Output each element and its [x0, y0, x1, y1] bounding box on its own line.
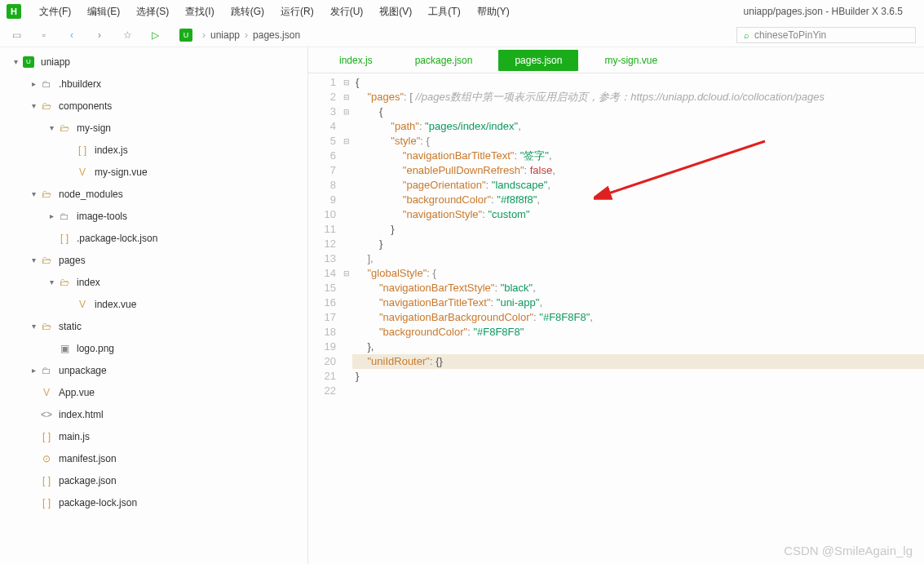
tree-item-label: package.json [59, 475, 117, 486]
tree-item-label: static [59, 321, 82, 332]
menu-bar: H 文件(F) 编辑(E) 选择(S) 查找(I) 跳转(G) 运行(R) 发行… [0, 0, 924, 23]
tree-item-label: index.html [59, 409, 104, 420]
menu-goto[interactable]: 跳转(G) [223, 2, 272, 22]
tree-item-label: node_modules [59, 189, 123, 200]
star-icon[interactable]: ☆ [119, 27, 135, 43]
menu-select[interactable]: 选择(S) [128, 2, 177, 22]
tree-item[interactable]: ▸🗀unpackage [0, 359, 307, 381]
save-icon[interactable]: ▫ [36, 27, 52, 43]
line-number-gutter: 12345678910111213141516171819202122 [308, 73, 341, 564]
tree-item-label: my-sign [77, 122, 111, 134]
editor-tab[interactable]: index.js [323, 50, 389, 71]
tree-item-label: index.vue [95, 299, 136, 310]
search-input[interactable]: ⌕ chineseToPinYin [736, 27, 916, 43]
tree-item[interactable]: ▸[ ]main.js [0, 425, 307, 447]
collapse-arrow-icon[interactable]: ▾ [46, 123, 57, 132]
code-content[interactable]: { "pages": [ //pages数组中第一项表示应用启动页，参考：htt… [352, 73, 924, 564]
window-title: uniapp/pages.json - HBuilder X 3.6.5 [744, 6, 917, 17]
menu-find[interactable]: 查找(I) [177, 2, 222, 22]
nav-forward-icon[interactable]: › [91, 27, 108, 43]
new-window-icon[interactable]: ▭ [8, 27, 24, 43]
collapse-arrow-icon[interactable]: ▾ [28, 255, 39, 264]
tree-item[interactable]: ▸▣logo.png [0, 337, 307, 359]
menu-edit[interactable]: 编辑(E) [79, 2, 128, 22]
menu-file[interactable]: 文件(F) [31, 2, 79, 22]
tree-item-label: main.js [59, 431, 90, 442]
editor-tabs: index.jspackage.jsonpages.jsonmy-sign.vu… [308, 47, 924, 73]
tree-item-label: logo.png [77, 343, 114, 354]
menu-run[interactable]: 运行(R) [272, 2, 322, 22]
tree-item[interactable]: ▸Vmy-sign.vue [0, 161, 307, 183]
breadcrumb-sep: › [202, 29, 206, 41]
tree-item[interactable]: ▸[ ]package.json [0, 469, 307, 491]
tree-item[interactable]: ▾Uuniapp [0, 51, 307, 73]
tree-item[interactable]: ▸[ ]package-lock.json [0, 491, 307, 513]
tree-item[interactable]: ▸VApp.vue [0, 381, 307, 403]
collapse-arrow-icon[interactable]: ▾ [28, 322, 39, 331]
tree-item-label: .hbuilderx [59, 78, 101, 90]
search-placeholder: chineseToPinYin [754, 29, 826, 41]
toolbar: ▭ ▫ ‹ › ☆ ▷ U › uniapp › pages.json ⌕ ch… [0, 23, 924, 47]
expand-arrow-icon[interactable]: ▸ [28, 79, 39, 88]
editor-tab[interactable]: pages.json [498, 50, 578, 71]
tree-item-label: index [77, 277, 100, 288]
menu-view[interactable]: 视图(V) [371, 2, 420, 22]
breadcrumb-project[interactable]: uniapp [210, 29, 240, 41]
menu-publish[interactable]: 发行(U) [322, 2, 372, 22]
collapse-arrow-icon[interactable]: ▾ [46, 278, 57, 286]
editor-tab[interactable]: package.json [399, 50, 489, 71]
tree-item[interactable]: ▸🗀.hbuilderx [0, 73, 307, 95]
tree-item-label: image-tools [77, 211, 127, 222]
tree-item-label: .package-lock.json [77, 233, 157, 244]
app-logo: H [7, 4, 21, 19]
tree-item-label: my-sign.vue [95, 167, 148, 178]
watermark: CSDN @SmileAgain_lg [784, 544, 913, 557]
collapse-arrow-icon[interactable]: ▾ [28, 189, 39, 198]
tree-item-label: pages [59, 255, 86, 266]
breadcrumb-file[interactable]: pages.json [253, 29, 300, 41]
collapse-arrow-icon[interactable]: ▾ [10, 57, 21, 66]
file-explorer[interactable]: ▾Uuniapp▸🗀.hbuilderx▾🗁components▾🗁my-sig… [0, 47, 308, 564]
expand-arrow-icon[interactable]: ▸ [28, 366, 39, 375]
tree-item-label: uniapp [41, 56, 70, 68]
menu-tool[interactable]: 工具(T) [420, 2, 468, 22]
tree-item-label: manifest.json [59, 453, 117, 464]
tree-item-label: package-lock.json [59, 497, 137, 508]
expand-arrow-icon[interactable]: ▸ [46, 211, 57, 220]
tree-item[interactable]: ▸Vindex.vue [0, 293, 307, 315]
tree-item[interactable]: ▾🗁node_modules [0, 183, 307, 205]
editor-area: index.jspackage.jsonpages.jsonmy-sign.vu… [308, 47, 924, 564]
tree-item-label: index.js [95, 144, 128, 156]
tree-item[interactable]: ▾🗁pages [0, 249, 307, 271]
search-icon: ⌕ [744, 30, 749, 40]
code-editor[interactable]: 12345678910111213141516171819202122 ⊟⊟⊟⊟… [308, 73, 924, 564]
play-icon[interactable]: ▷ [147, 27, 163, 43]
tree-item[interactable]: ▸⊙manifest.json [0, 447, 307, 469]
fold-gutter: ⊟⊟⊟⊟⊟ [341, 73, 352, 564]
tree-item-label: components [59, 100, 112, 112]
collapse-arrow-icon[interactable]: ▾ [28, 101, 39, 110]
editor-tab[interactable]: my-sign.vue [588, 50, 674, 71]
tree-item[interactable]: ▸[ ]index.js [0, 139, 307, 161]
menu-help[interactable]: 帮助(Y) [469, 2, 518, 22]
tree-item-label: unpackage [59, 365, 107, 376]
breadcrumb-sep: › [245, 29, 248, 41]
tree-item[interactable]: ▾🗁components [0, 95, 307, 117]
tree-item[interactable]: ▾🗁index [0, 271, 307, 293]
project-type-icon: U [179, 29, 192, 42]
tree-item[interactable]: ▾🗁my-sign [0, 117, 307, 139]
tree-item[interactable]: ▾🗁static [0, 315, 307, 337]
tree-item[interactable]: ▸[ ].package-lock.json [0, 227, 307, 249]
breadcrumb: U › uniapp › pages.json [179, 29, 300, 42]
tree-item-label: App.vue [59, 387, 95, 398]
nav-back-icon[interactable]: ‹ [64, 27, 80, 43]
tree-item[interactable]: ▸<>index.html [0, 403, 307, 425]
tree-item[interactable]: ▸🗀image-tools [0, 205, 307, 227]
